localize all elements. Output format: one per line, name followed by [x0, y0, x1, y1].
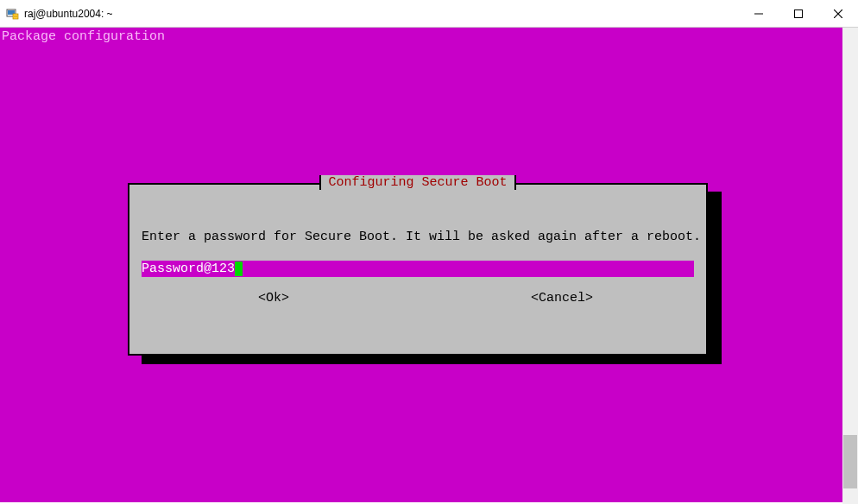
- window-controls: [739, 0, 858, 27]
- secure-boot-dialog: Configuring Secure Boot Enter a password…: [128, 183, 708, 356]
- scrollbar-thumb[interactable]: [843, 435, 857, 488]
- scrollbar-track[interactable]: [842, 28, 858, 504]
- ok-button[interactable]: <Ok>: [129, 291, 418, 306]
- dialog-prompt: Enter a password for Secure Boot. It wil…: [142, 230, 701, 244]
- password-value: Password@123: [142, 261, 235, 276]
- cancel-button[interactable]: <Cancel>: [418, 291, 706, 306]
- terminal-header-text: Package configuration: [2, 29, 165, 44]
- window-title-bar: raj@ubuntu2004: ~: [0, 0, 858, 28]
- maximize-button[interactable]: [779, 0, 818, 27]
- svg-rect-5: [795, 9, 803, 17]
- client-area: Package configuration Configuring Secure…: [0, 28, 858, 504]
- dialog-buttons: <Ok> <Cancel>: [129, 291, 706, 306]
- putty-icon: [5, 7, 19, 21]
- text-cursor: [235, 261, 243, 276]
- dialog-title: Configuring Secure Boot: [319, 175, 515, 190]
- window-title: raj@ubuntu2004: ~: [24, 8, 113, 20]
- minimize-button[interactable]: [739, 0, 779, 27]
- password-input[interactable]: Password@123: [142, 261, 694, 277]
- terminal[interactable]: Package configuration Configuring Secure…: [0, 28, 842, 502]
- close-button[interactable]: [818, 0, 858, 27]
- dialog-title-wrap: Configuring Secure Boot: [129, 175, 706, 190]
